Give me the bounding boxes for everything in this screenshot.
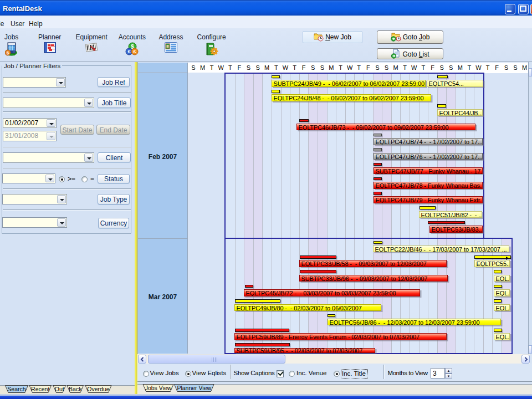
svg-text:Out: Out [55,386,64,392]
svg-text:Jobs View: Jobs View [145,385,172,391]
svg-text:Planner View: Planner View [177,385,211,391]
svg-text:£: £ [134,49,136,54]
svg-text:$: $ [6,50,9,55]
svg-text:€: € [128,49,131,54]
svg-text:Search: Search [7,386,25,392]
svg-text:Overdue: Overdue [87,386,109,392]
svg-text:Back: Back [69,386,82,392]
svg-text:Recent: Recent [31,386,49,392]
